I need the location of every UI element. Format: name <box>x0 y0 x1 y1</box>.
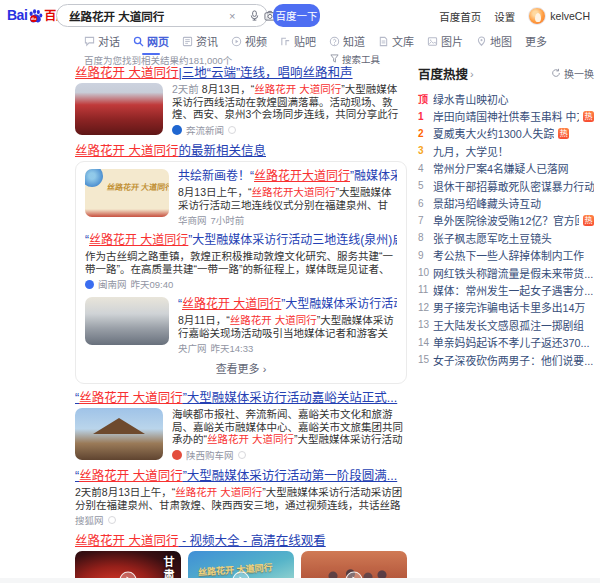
news-thumbnail[interactable]: 丝路花开 大道同行 <box>85 169 169 217</box>
username: kelveCH <box>550 10 590 22</box>
hot-item[interactable]: 1岸田向靖国神社供奉玉串料 中方...热 <box>418 107 594 124</box>
microphone-icon[interactable] <box>249 10 260 21</box>
baidu-home-link[interactable]: 百度首页 <box>439 9 481 24</box>
hot-search-panel: 百度热搜› 换一换 顶绿水青山映初心 1岸田向靖国神社供奉玉串料 中方...热 … <box>418 64 594 368</box>
hot-item[interactable]: 4常州分尸案4名嫌疑人已落网 <box>418 160 594 177</box>
hot-item[interactable]: 顶绿水青山映初心 <box>418 90 594 107</box>
source-menu-icon[interactable] <box>228 126 236 134</box>
news-title[interactable]: “丝路花开 大道同行”大型融媒体采访行活动三地连线(泉州)启动 <box>85 233 397 247</box>
news-source[interactable]: 华商网7小时前 <box>178 213 397 227</box>
hot-item[interactable]: 14单亲妈妈起诉不孝儿子返还370... <box>418 333 594 350</box>
hot-item[interactable]: 11媒体：常州发生一起女子遇害分... <box>418 281 594 298</box>
hot-item[interactable]: 13王大陆发长文感恩孤注一掷剧组 <box>418 316 594 333</box>
result-snippet: 2天前8月13日，“丝路花开 大道同行”大型融媒体采访行西线活动在敦煌圆满落幕。… <box>172 83 407 121</box>
user-account[interactable]: kelveCH <box>528 7 590 25</box>
tieba-icon <box>280 36 291 47</box>
tab-chat[interactable]: 对话 <box>84 33 120 53</box>
source-favicon <box>172 125 182 135</box>
source-menu-icon[interactable] <box>238 451 246 459</box>
news-item: 丝路花开 大道同行 共绘新画卷！“丝路花开大道同行”融媒体采访行三地... 8月… <box>85 169 397 227</box>
hot-item[interactable]: 15女子深夜砍伤两男子：他们说要... <box>418 351 594 368</box>
result-thumbnail[interactable] <box>75 408 163 460</box>
result-item: “丝路花开 大道同行”大型融媒体采访行活动第一阶段圆满... 2天前8月13日上… <box>75 469 407 527</box>
baidu-paw-icon: du <box>28 8 43 23</box>
tab-zhidao[interactable]: 知道 <box>329 33 365 53</box>
funnel-icon <box>330 54 339 65</box>
search-tabs: 对话 网页 资讯 视频 贴吧 知道 文库 图片 <box>84 33 547 53</box>
source-favicon <box>85 280 94 289</box>
hot-item[interactable]: 10网红铁头称蹭流量是假未来带货... <box>418 264 594 281</box>
results-column: 丝路花开 大道同行|三地“云端”连线，唱响丝路和声 2天前8月13日，“丝路花开… <box>75 66 407 583</box>
results-count: 百度为您找到相关结果约181,000个 <box>84 53 232 67</box>
news-title[interactable]: 共绘新画卷！“丝路花开大道同行”融媒体采访行三地... <box>178 169 397 183</box>
hot-search-title[interactable]: 百度热搜› <box>418 64 474 83</box>
image-icon <box>427 36 438 47</box>
video-icon <box>231 36 242 47</box>
map-icon <box>476 36 487 47</box>
logo-text-bai: Bai <box>7 7 27 23</box>
hot-badge: 热 <box>583 111 594 122</box>
tab-news[interactable]: 资讯 <box>182 33 218 53</box>
result-source[interactable]: 奔流新闻 <box>172 123 407 137</box>
news-thumbnail[interactable] <box>85 297 169 345</box>
hot-item[interactable]: 6景甜冯绍峰藏头诗互动 <box>418 194 594 211</box>
hot-item[interactable]: 5退休干部招募敢死队密谋暴力行动 <box>418 177 594 194</box>
hot-badge: 热 <box>583 215 594 226</box>
svg-text:du: du <box>31 16 37 21</box>
news-item: “丝路花开 大道同行”大型融媒体采访行活动第一阶... 8月11日，“丝路花开 … <box>85 297 397 355</box>
result-title[interactable]: “丝路花开 大道同行”大型融媒体采访行活动第一阶段圆满... <box>75 469 407 483</box>
search-tools[interactable]: 搜索工具 <box>330 52 380 66</box>
tab-more[interactable]: 更多 <box>525 33 547 53</box>
video-section-title[interactable]: 丝路花开 大道同行 - 视频大全 - 高清在线观看 <box>75 534 407 548</box>
header-right: 百度首页 设置 kelveCH <box>439 7 590 25</box>
chat-icon <box>84 36 95 47</box>
result-source[interactable]: 搜狐网 <box>75 513 407 527</box>
result-snippet: 海峡都市报社、奔流新闻、嘉峪关市文化和旅游局、嘉峪关市融媒体中心、嘉峪关市文旅集… <box>172 408 407 446</box>
refresh-button[interactable]: 换一换 <box>551 66 594 81</box>
result-title[interactable]: “丝路花开 大道同行”大型融媒体采访行活动嘉峪关站正式... <box>75 391 407 405</box>
doc-icon <box>378 36 389 47</box>
tab-map[interactable]: 地图 <box>476 33 512 53</box>
search-icon <box>133 36 144 47</box>
hot-item[interactable]: 9考公热下一些人辞掉体制内工作 <box>418 247 594 264</box>
news-snippet: 8月13日上午，“丝路花开大道同行”大型融媒体采访行活动三地连线仪式分别在福建泉… <box>178 186 397 211</box>
search-button[interactable]: 百度一下 <box>273 4 320 27</box>
tab-web[interactable]: 网页 <box>133 33 169 53</box>
hot-badge: 热 <box>558 128 569 139</box>
source-menu-icon[interactable] <box>108 516 116 524</box>
chevron-right-icon: › <box>470 68 474 80</box>
news-section-title[interactable]: 丝路花开 大道同行的最新相关信息 <box>75 144 407 158</box>
search-box[interactable]: × <box>56 4 268 27</box>
tab-video[interactable]: 视频 <box>231 33 267 53</box>
hot-item[interactable]: 12男子接完诈骗电话卡里多出14万 <box>418 299 594 316</box>
result-source[interactable]: 陕西购车网 <box>172 448 407 462</box>
tab-image[interactable]: 图片 <box>427 33 463 53</box>
chevron-right-icon: › <box>263 363 267 375</box>
avatar[interactable] <box>528 7 546 25</box>
result-thumbnail[interactable] <box>75 83 163 135</box>
hot-item[interactable]: 7阜外医院徐波受贿12亿？官方回应热 <box>418 212 594 229</box>
know-icon <box>329 36 340 47</box>
refresh-icon <box>551 68 561 80</box>
clear-icon[interactable]: × <box>229 10 235 22</box>
settings-link[interactable]: 设置 <box>494 9 515 24</box>
news-icon <box>182 36 193 47</box>
news-snippet: 作为古丝绸之路重镇，敦煌正积极推动敦煌文化研究、服务共建“一带一路”。在高质量共… <box>85 250 397 275</box>
news-title[interactable]: “丝路花开 大道同行”大型融媒体采访行活动第一阶... <box>178 297 397 311</box>
news-item: “丝路花开 大道同行”大型融媒体采访行活动三地连线(泉州)启动 作为古丝绸之路重… <box>85 233 397 291</box>
hot-item[interactable]: 8张子枫志愿军吃土豆镜头 <box>418 229 594 246</box>
hot-item[interactable]: 3九月，大学见！ <box>418 142 594 159</box>
news-source[interactable]: 闽南网昨天09:40 <box>85 277 397 291</box>
baidu-search-page: Bai du 百度 × <box>0 0 600 583</box>
search-input[interactable] <box>69 10 224 22</box>
result-title[interactable]: 丝路花开 大道同行|三地“云端”连线，唱响丝路和声 <box>75 66 407 80</box>
result-snippet: 2天前8月13日上午，“丝路花开 大道同行”大型融媒体采访行活动采访团分别在福建… <box>75 486 407 511</box>
hot-item[interactable]: 2夏威夷大火约1300人失踪热 <box>418 125 594 142</box>
tab-wenku[interactable]: 文库 <box>378 33 414 53</box>
news-source[interactable]: 央广网昨天14:33 <box>178 341 397 355</box>
view-more-link[interactable]: 查看更多 › <box>85 357 397 378</box>
tab-tieba[interactable]: 贴吧 <box>280 33 316 53</box>
header: Bai du 百度 × <box>0 0 600 32</box>
news-card: 丝路花开 大道同行 共绘新画卷！“丝路花开大道同行”融媒体采访行三地... 8月… <box>75 161 407 384</box>
source-favicon <box>172 450 182 460</box>
